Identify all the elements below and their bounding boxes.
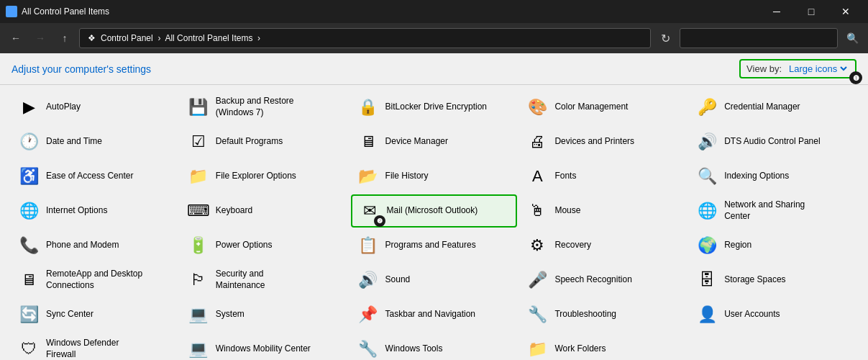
fonts-label: Fonts [554,171,576,182]
back-button[interactable]: ← [6,28,26,48]
network-sharing-icon-wrapper: 🌐 [695,199,718,222]
recovery-icon-wrapper: ⚙ [526,234,549,257]
control-item-color-management[interactable]: 🎨Color Management [520,91,687,124]
credential-manager-label: Credential Manager [724,102,800,113]
region-icon: 🌍 [695,234,718,257]
control-item-windows-defender[interactable]: 🛡Windows Defender Firewall [12,333,178,360]
items-grid: ▶AutoPlay💾Backup and Restore (Windows 7)… [0,85,868,360]
sound-label: Sound [385,274,411,286]
windows-tools-icon: 🔧 [357,338,380,360]
control-item-remoteapp[interactable]: 🖥RemoteApp and Desktop Connections [12,264,178,297]
control-item-keyboard[interactable]: ⌨Keyboard [181,194,348,228]
remoteapp-icon-wrapper: 🖥 [17,269,40,292]
control-item-mouse[interactable]: 🖱Mouse [520,194,687,228]
control-item-network-sharing[interactable]: 🌐Network and Sharing Center [690,194,856,228]
user-accounts-icon: 👤 [695,303,718,326]
file-history-label: File History [385,171,429,182]
close-button[interactable]: ✕ [829,0,862,23]
search-input[interactable] [680,28,838,48]
control-item-ease-of-access[interactable]: ♿Ease of Access Center [12,160,178,193]
control-item-file-explorer-options[interactable]: 📁File Explorer Options [181,160,348,193]
control-item-credential-manager[interactable]: 🔑Credential Manager [690,91,856,124]
mouse-label: Mouse [554,205,580,217]
sound-icon: 🔊 [357,269,380,292]
ease-of-access-icon-wrapper: ♿ [17,165,40,188]
address-input[interactable] [79,28,651,48]
fonts-icon-wrapper: A [526,165,549,188]
control-item-user-accounts[interactable]: 👤User Accounts [690,298,856,331]
phone-modem-icon: 📞 [17,234,40,257]
control-item-region[interactable]: 🌍Region [690,229,856,262]
control-item-windows-mobility[interactable]: 💻Windows Mobility Center [181,333,348,360]
work-folders-icon-wrapper: 📁 [526,338,549,360]
phone-modem-label: Phone and Modem [46,240,119,251]
refresh-button[interactable]: ↻ [655,28,675,48]
autoplay-icon: ▶ [17,96,40,119]
dts-audio-icon-wrapper: 🔊 [695,130,718,153]
taskbar-navigation-icon-wrapper: 📌 [357,303,380,326]
control-item-dts-audio[interactable]: 🔊DTS Audio Control Panel [690,125,856,158]
control-item-phone-modem[interactable]: 📞Phone and Modem [12,229,178,262]
view-by-select[interactable]: Large icons Small icons Category [786,63,849,75]
control-item-power-options[interactable]: 🔋Power Options [181,229,348,262]
control-item-fonts[interactable]: AFonts [520,160,687,193]
view-by-badge: ❶ [849,71,862,84]
forward-button[interactable]: → [30,28,50,48]
devices-printers-icon-wrapper: 🖨 [526,130,549,153]
control-item-internet-options[interactable]: 🌐Internet Options [12,194,178,228]
control-item-date-time[interactable]: 🕐Date and Time [12,125,178,158]
title-bar-controls: ─ □ ✕ [760,0,862,23]
control-item-storage-spaces[interactable]: 🗄Storage Spaces [690,264,856,297]
speech-recognition-icon-wrapper: 🎤 [526,269,549,292]
remoteapp-label: RemoteApp and Desktop Connections [46,269,142,291]
control-item-indexing-options[interactable]: 🔍Indexing Options [690,160,856,193]
control-item-file-history[interactable]: 📂File History [351,160,518,193]
credential-manager-icon: 🔑 [695,96,718,119]
minimize-button[interactable]: ─ [760,0,793,23]
recovery-label: Recovery [554,240,591,251]
backup-restore-icon: 💾 [187,96,210,119]
windows-defender-label: Windows Defender Firewall [46,338,119,360]
autoplay-icon-wrapper: ▶ [17,96,40,119]
control-item-devices-printers[interactable]: 🖨Devices and Printers [520,125,687,158]
control-item-programs-features[interactable]: 📋Programs and Features [351,229,518,262]
search-icon-button[interactable]: 🔍 [842,28,862,48]
control-item-recovery[interactable]: ⚙Recovery [520,229,687,262]
control-item-security-maintenance[interactable]: 🏳Security and Maintenance [181,264,348,297]
default-programs-icon: ☑ [187,130,210,153]
network-sharing-icon: 🌐 [695,199,718,222]
programs-features-icon-wrapper: 📋 [357,234,380,257]
bitlocker-icon: 🔒 [357,96,380,119]
control-item-windows-tools[interactable]: 🔧Windows Tools [351,333,518,360]
power-options-icon: 🔋 [187,234,210,257]
windows-mobility-icon: 💻 [187,338,210,360]
control-item-sound[interactable]: 🔊Sound [351,264,518,297]
sync-center-icon: 🔄 [17,303,40,326]
control-item-backup-restore[interactable]: 💾Backup and Restore (Windows 7) [181,91,348,124]
up-button[interactable]: ↑ [55,28,75,48]
programs-features-icon: 📋 [357,234,380,257]
control-item-work-folders[interactable]: 📁Work Folders [520,333,687,360]
control-item-bitlocker[interactable]: 🔒BitLocker Drive Encryption [351,91,518,124]
sound-icon-wrapper: 🔊 [357,269,380,292]
control-item-troubleshooting[interactable]: 🔧Troubleshooting [520,298,687,331]
date-time-icon: 🕐 [17,130,40,153]
autoplay-label: AutoPlay [46,102,81,113]
taskbar-navigation-icon: 📌 [357,303,380,326]
maximize-button[interactable]: □ [795,0,828,23]
network-sharing-label: Network and Sharing Center [724,199,805,222]
address-bar: ← → ↑ ↻ 🔍 [0,23,868,53]
control-item-autoplay[interactable]: ▶AutoPlay [12,91,178,124]
main-content: Adjust your computer's settings View by:… [0,53,868,360]
control-item-default-programs[interactable]: ☑Default Programs [181,125,348,158]
dts-audio-label: DTS Audio Control Panel [724,136,820,148]
backup-restore-icon-wrapper: 💾 [187,96,210,119]
control-item-mail-outlook[interactable]: ✉❷Mail (Microsoft Outlook) [351,194,518,228]
device-manager-label: Device Manager [385,136,448,148]
control-item-taskbar-navigation[interactable]: 📌Taskbar and Navigation [351,298,518,331]
control-item-system[interactable]: 💻System [181,298,348,331]
control-item-sync-center[interactable]: 🔄Sync Center [12,298,178,331]
control-item-device-manager[interactable]: 🖥Device Manager [351,125,518,158]
control-item-speech-recognition[interactable]: 🎤Speech Recognition [520,264,687,297]
work-folders-label: Work Folders [554,343,606,355]
